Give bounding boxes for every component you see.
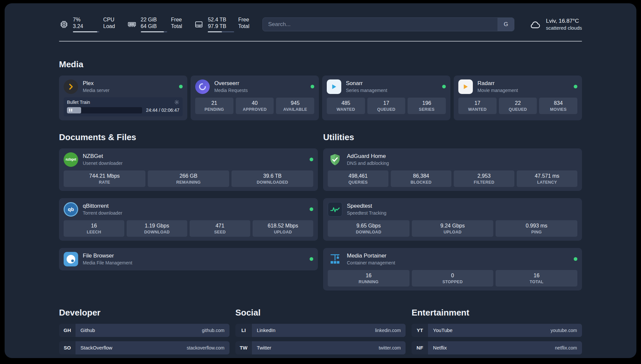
card-header: AdGuard Home DNS and adblocking — [328, 152, 577, 167]
stat-label: SERIES — [409, 107, 444, 112]
cpu-load-value: 3.24 — [73, 23, 99, 30]
disk-values: 52.4 TB 97.9 TB — [208, 16, 234, 32]
now-playing-title: Bullet Train — [67, 100, 174, 105]
playback-progress-bar[interactable] — [67, 107, 142, 113]
cpu-icon — [59, 19, 69, 29]
stat-downloaded: 39.6 TB DOWNLOADED — [231, 170, 313, 187]
stat-upload: 9.24 Gbps UPLOAD — [412, 220, 494, 237]
bookmark-pill: Twitter twitter.com — [252, 341, 406, 354]
bookmark-abbr: NF — [412, 341, 428, 354]
gear-icon[interactable] — [174, 100, 179, 105]
sonarr-icon — [327, 79, 341, 94]
status-dot — [574, 85, 577, 88]
bookmark-stackoverflow[interactable]: SO StackOverflow stackoverflow.com — [59, 341, 229, 354]
stat-rate: 744.21 Mbps RATE — [64, 170, 145, 187]
service-titles: Overseerr Media Requests — [214, 80, 248, 93]
bookmark-twitter[interactable]: TW Twitter twitter.com — [235, 341, 406, 354]
memory-widget: 22 GiB 64 GiB Free Total — [127, 16, 182, 32]
stat-filtered: 2,953 FILTERED — [454, 170, 514, 187]
filebrowser-icon — [64, 252, 78, 266]
stat-stopped: 0 STOPPED — [412, 270, 494, 287]
memory-icon — [127, 19, 137, 29]
service-card-radarr[interactable]: Radarr Movie management 17 WANTED 22 QUE… — [454, 76, 582, 120]
service-card-sonarr[interactable]: Sonarr Series management 485 WANTED 17 Q… — [322, 76, 450, 120]
stat-queries: 498,461 QUERIES — [328, 170, 388, 187]
memory-meter — [141, 31, 167, 32]
service-titles: Sonarr Series management — [346, 80, 387, 93]
disk-widget: 52.4 TB 97.9 TB Free Total — [194, 16, 249, 32]
stat-total: 16 TOTAL — [496, 270, 577, 287]
overseerr-icon — [195, 79, 210, 94]
disk-labels: Free Total — [238, 16, 249, 32]
bookmark-netflix[interactable]: NF Netflix netflix.com — [412, 341, 582, 354]
bookmark-group-developer: Developer GH Github github.com SO StackO… — [59, 308, 229, 358]
cpu-usage-value: 7% — [73, 16, 99, 23]
pause-icon[interactable] — [69, 109, 72, 112]
stat-label: TOTAL — [497, 280, 576, 284]
stat-value: 9.65 Gbps — [329, 223, 408, 229]
service-titles: File Browser Media File Management — [83, 253, 132, 265]
adguard-icon — [328, 152, 342, 167]
stats-row: 744.21 Mbps RATE 266 GB REMAINING 39.6 T… — [64, 170, 313, 187]
stat-value: 498,461 — [329, 173, 387, 179]
stat-label: PENDING — [197, 107, 232, 112]
stat-value: 86,384 — [392, 173, 450, 179]
service-titles: Media Portainer Container management — [347, 253, 395, 265]
stat-value: 9.24 Gbps — [413, 223, 492, 229]
bookmark-pill: Github github.com — [76, 324, 229, 337]
service-card-overseerr[interactable]: Overseerr Media Requests 21 PENDING 40 A… — [191, 76, 319, 120]
stat-queued: 22 QUEUED — [499, 98, 537, 114]
bookmark-github[interactable]: GH Github github.com — [59, 324, 229, 337]
stat-download: 1.19 Gbps DOWNLOAD — [127, 220, 187, 237]
stat-label: QUERIES — [329, 180, 387, 185]
service-subtitle: Torrent downloader — [83, 210, 122, 216]
service-card-portainer[interactable]: Media Portainer Container management 16 … — [323, 248, 582, 290]
bookmark-name: Github — [80, 327, 95, 333]
service-titles: Plex Media server — [83, 80, 109, 93]
stats-row: 9.65 Gbps DOWNLOAD 9.24 Gbps UPLOAD 0.99… — [328, 220, 577, 237]
resource-widgets: 7% 3.24 CPU Load — [59, 16, 249, 32]
stat-label: LATENCY — [518, 180, 576, 185]
disk-meter-fill — [208, 31, 222, 32]
search-provider-button[interactable]: G — [498, 18, 514, 31]
stat-movies: 834 MOVIES — [539, 98, 577, 114]
service-name: Radarr — [477, 80, 518, 87]
stat-remaining: 266 GB REMAINING — [148, 170, 229, 187]
bookmark-abbr: GH — [59, 324, 76, 337]
service-name: qBittorrent — [83, 203, 122, 209]
cpu-label-bottom: Load — [103, 23, 115, 30]
nzbget-icon-text: nzbget — [66, 158, 76, 161]
service-card-nzbget[interactable]: nzbget NZBGet Usenet downloader 744.21 M… — [59, 148, 318, 191]
dashboard-page: 7% 3.24 CPU Load — [5, 3, 636, 358]
radarr-icon — [458, 79, 473, 94]
bookmark-linkedin[interactable]: LI LinkedIn linkedin.com — [235, 324, 406, 337]
bookmark-pill: LinkedIn linkedin.com — [252, 324, 406, 337]
stat-value: 16 — [329, 273, 408, 279]
card-header: Plex Media server — [64, 79, 183, 94]
stat-ping: 0.993 ms PING — [496, 220, 577, 237]
service-card-plex[interactable]: Plex Media server Bullet Train — [59, 76, 187, 120]
bookmark-url: github.com — [202, 328, 224, 333]
service-card-filebrowser[interactable]: File Browser Media File Management — [59, 248, 318, 270]
card-header: Media Portainer Container management — [328, 252, 577, 266]
status-dot — [310, 207, 313, 211]
service-subtitle: Media Requests — [214, 88, 248, 93]
bookmark-youtube[interactable]: YT YouTube youtube.com — [412, 324, 582, 337]
stat-label: STOPPED — [413, 280, 492, 284]
search-input[interactable] — [263, 18, 498, 31]
disk-meter — [208, 31, 234, 32]
service-card-speedtest[interactable]: Speedtest Speedtest Tracking 9.65 Gbps D… — [323, 198, 582, 241]
service-card-qbittorrent[interactable]: qb qBittorrent Torrent downloader 16 LEE… — [59, 198, 318, 241]
cpu-meter — [73, 31, 99, 32]
stats-row: 498,461 QUERIES 86,384 BLOCKED 2,953 FIL… — [328, 170, 577, 187]
utilities-card-stack: AdGuard Home DNS and adblocking 498,461 … — [323, 148, 582, 290]
section-media: Media Plex Media server — [59, 59, 582, 120]
stat-value: 945 — [277, 100, 313, 106]
stat-value: 834 — [540, 100, 576, 106]
section-documents-files: Documents & Files nzbget NZBGet Usenet d… — [59, 120, 318, 270]
stat-download: 9.65 Gbps DOWNLOAD — [328, 220, 410, 237]
service-subtitle: Series management — [346, 88, 387, 93]
service-card-adguard[interactable]: AdGuard Home DNS and adblocking 498,461 … — [323, 148, 582, 191]
stat-value: 1.19 Gbps — [128, 223, 186, 229]
stats-row: 17 WANTED 22 QUEUED 834 MOVIES — [458, 98, 577, 114]
